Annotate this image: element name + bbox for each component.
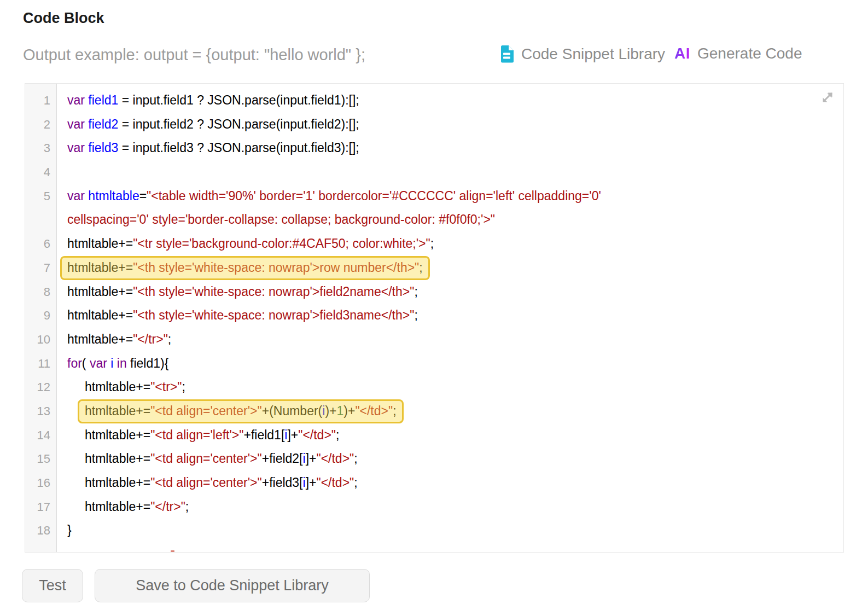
line-number: 3 (25, 136, 56, 160)
code-line-row[interactable]: 4 (25, 160, 843, 184)
line-number: 2 (25, 113, 56, 137)
save-to-snippet-library-button[interactable]: Save to Code Snippet Library (95, 569, 370, 602)
clipped-next-line-fragment (171, 550, 174, 552)
code-snippet-library-button[interactable]: Code Snippet Library (499, 45, 665, 63)
code-text: var htmltable="<table width='90%' border… (56, 184, 601, 208)
code-text: htmltable+="<th style='white-space: nowr… (56, 304, 418, 328)
line-number: 7 (25, 256, 56, 280)
code-text: htmltable+="<td align='center'>"+field3[… (56, 471, 358, 495)
code-text: htmltable+="<td align='left'>"+field1[i]… (56, 423, 339, 448)
page-title: Code Block (23, 10, 104, 27)
line-number: 15 (25, 447, 56, 471)
code-line-row[interactable]: 10htmltable+="</tr>"; (25, 328, 843, 352)
document-icon (499, 45, 514, 63)
line-number: 4 (25, 160, 56, 184)
line-number: 1 (25, 89, 56, 113)
code-line-row[interactable]: 5var htmltable="<table width='90%' borde… (25, 184, 843, 208)
code-text: var field2 = input.field2 ? JSON.parse(i… (56, 113, 359, 137)
line-number: 11 (25, 352, 56, 376)
highlighted-code: htmltable+="<td align='center'>"+(Number… (79, 399, 403, 423)
code-line-row[interactable]: 7htmltable+="<th style='white-space: now… (25, 256, 843, 280)
code-text: cellspacing='0' style='border-collapse: … (56, 208, 495, 232)
code-line-row[interactable]: 13htmltable+="<td align='center'>"+(Numb… (25, 399, 843, 423)
code-line-row[interactable]: 12htmltable+="<tr>"; (25, 375, 843, 399)
code-line-row[interactable]: 3var field3 = input.field3 ? JSON.parse(… (25, 136, 843, 160)
code-line-row[interactable]: 1var field1 = input.field1 ? JSON.parse(… (25, 89, 843, 113)
code-line-row[interactable]: 11for( var i in field1){ (25, 352, 843, 376)
line-number: 6 (25, 232, 56, 256)
ai-icon: AI (674, 45, 690, 62)
code-line-row[interactable]: 9htmltable+="<th style='white-space: now… (25, 304, 843, 328)
code-line-row[interactable]: 18} (25, 519, 843, 543)
generate-code-label: Generate Code (697, 45, 802, 62)
code-line-row[interactable]: cellspacing='0' style='border-collapse: … (25, 208, 843, 232)
code-line-row[interactable]: 17htmltable+="</tr>"; (25, 495, 843, 519)
line-number: 16 (25, 471, 56, 495)
code-line-row[interactable]: 16htmltable+="<td align='center'>"+field… (25, 471, 843, 495)
code-text: for( var i in field1){ (56, 352, 168, 376)
line-number (25, 208, 56, 232)
code-line-row[interactable]: 15htmltable+="<td align='center'>"+field… (25, 447, 843, 471)
code-lines: 1var field1 = input.field1 ? JSON.parse(… (25, 89, 843, 543)
code-text: var field3 = input.field3 ? JSON.parse(i… (56, 136, 359, 160)
code-text: htmltable+="<th style='white-space: nowr… (56, 280, 418, 304)
line-number: 18 (25, 519, 56, 543)
line-number: 10 (25, 328, 56, 352)
output-example-text: Output example: output = {output: "hello… (23, 46, 365, 64)
generate-code-button[interactable]: AI Generate Code (674, 45, 802, 62)
code-text: htmltable+="</tr>"; (56, 328, 171, 352)
line-number: 12 (25, 375, 56, 399)
code-line-row[interactable]: 6htmltable+="<tr style='background-color… (25, 232, 843, 256)
line-number: 17 (25, 495, 56, 519)
code-snippet-library-label: Code Snippet Library (521, 45, 665, 63)
code-text (56, 160, 67, 184)
code-text: htmltable+="<tr style='background-color:… (56, 232, 434, 256)
test-button[interactable]: Test (22, 569, 83, 602)
code-text: htmltable+="<td align='center'>"+(Number… (56, 399, 403, 423)
code-text: htmltable+="<td align='center'>"+field2[… (56, 447, 358, 471)
line-number: 8 (25, 280, 56, 304)
code-text: var field1 = input.field1 ? JSON.parse(i… (56, 89, 359, 113)
line-number: 5 (25, 184, 56, 208)
code-text: htmltable+="<tr>"; (56, 375, 185, 399)
code-line-row[interactable]: 2var field2 = input.field2 ? JSON.parse(… (25, 113, 843, 137)
line-number: 14 (25, 423, 56, 448)
code-line-row[interactable]: 14htmltable+="<td align='left'>"+field1[… (25, 423, 843, 448)
expand-diagonal-icon[interactable] (819, 89, 836, 106)
highlighted-code: htmltable+="<th style='white-space: nowr… (61, 256, 429, 280)
code-line-row[interactable]: 8htmltable+="<th style='white-space: now… (25, 280, 843, 304)
code-text: } (56, 519, 72, 543)
code-text: htmltable+="<th style='white-space: nowr… (56, 256, 429, 280)
line-number: 13 (25, 399, 56, 423)
code-editor[interactable]: 1var field1 = input.field1 ? JSON.parse(… (25, 83, 844, 553)
code-text: htmltable+="</tr>"; (56, 495, 189, 519)
line-number: 9 (25, 304, 56, 328)
